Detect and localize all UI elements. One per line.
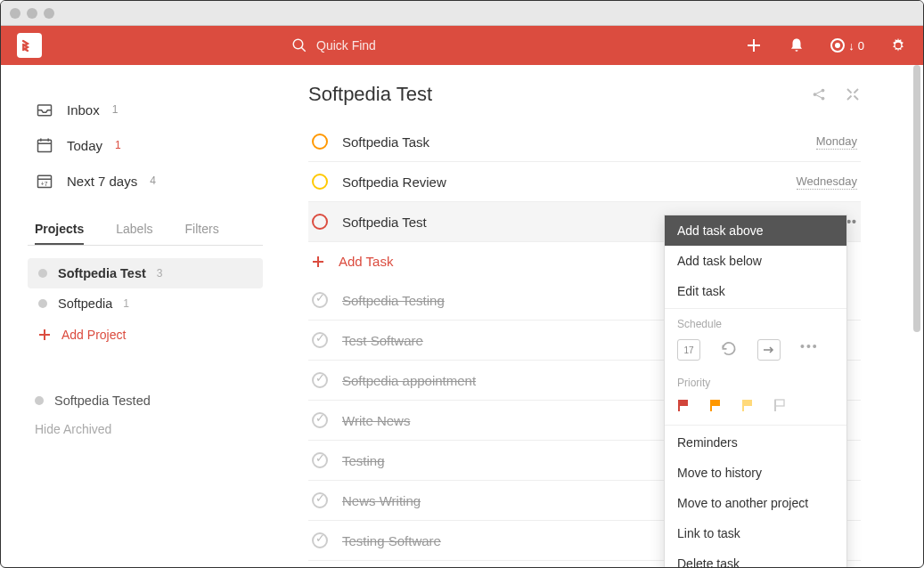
svg-point-5 <box>835 43 840 48</box>
archived-project[interactable]: Softpedia Tested <box>28 386 263 415</box>
notifications-icon[interactable] <box>788 37 805 54</box>
project-count: 3 <box>157 267 163 280</box>
svg-line-19 <box>816 91 822 93</box>
task-context-menu: Add task above Add task below Edit task … <box>664 215 847 568</box>
search-box[interactable] <box>291 37 745 53</box>
svg-point-18 <box>822 97 825 101</box>
task-checkbox[interactable] <box>312 214 328 230</box>
top-bar: ↓ 0 <box>1 26 923 65</box>
task-row[interactable]: Softpedia ReviewWednesday <box>308 162 861 202</box>
nav-inbox[interactable]: Inbox 1 <box>28 92 263 127</box>
page-title: Softpedia Test <box>308 83 432 106</box>
project-color-dot <box>38 269 47 278</box>
schedule-repeat-icon[interactable] <box>720 339 738 357</box>
svg-line-1 <box>301 47 306 52</box>
add-project-button[interactable]: Add Project <box>28 319 263 351</box>
svg-rect-7 <box>38 140 52 151</box>
ctx-link-task[interactable]: Link to task <box>665 518 846 548</box>
schedule-postpone-icon[interactable] <box>757 339 781 361</box>
search-icon <box>291 37 307 53</box>
task-due-date[interactable]: Monday <box>816 134 857 150</box>
sidebar-tabs: Projects Labels Filters <box>28 215 263 246</box>
project-color-dot <box>38 299 47 308</box>
window-minimize-dot[interactable] <box>27 8 37 19</box>
task-label: Softpedia Task <box>342 134 816 150</box>
settings-icon[interactable] <box>889 37 907 54</box>
app-logo[interactable] <box>17 33 42 58</box>
archived-project-name: Softpedia Tested <box>54 394 151 408</box>
nav-today-label: Today <box>67 138 102 153</box>
svg-rect-30 <box>775 400 784 406</box>
svg-point-17 <box>822 89 825 93</box>
ctx-edit-task[interactable]: Edit task <box>665 276 846 306</box>
ctx-delete-task[interactable]: Delete task <box>665 548 846 568</box>
karma-indicator[interactable]: ↓ 0 <box>830 38 864 53</box>
search-input[interactable] <box>316 38 495 53</box>
task-label: Softpedia Review <box>342 174 797 190</box>
tools-icon[interactable] <box>845 86 861 102</box>
task-checkbox[interactable] <box>312 134 328 150</box>
karma-arrow: ↓ <box>848 39 854 53</box>
project-item[interactable]: Softpedia 1 <box>28 288 263 319</box>
svg-line-20 <box>816 95 822 98</box>
ctx-move-project[interactable]: Move to another project <box>665 488 846 518</box>
window-close-dot[interactable] <box>10 8 20 19</box>
ctx-priority-label: Priority <box>665 369 846 393</box>
task-due-date[interactable]: Wednesday <box>797 174 857 190</box>
task-checkbox[interactable] <box>312 532 328 548</box>
svg-point-0 <box>293 39 303 49</box>
tab-projects[interactable]: Projects <box>35 222 84 245</box>
project-count: 1 <box>123 297 129 310</box>
add-task-label: Add Task <box>339 254 393 269</box>
ctx-add-above[interactable]: Add task above <box>665 215 846 246</box>
task-checkbox[interactable] <box>312 492 328 508</box>
window-titlebar <box>1 1 923 26</box>
task-checkbox[interactable] <box>312 174 328 190</box>
scrollbar[interactable] <box>913 65 920 332</box>
nav-next7-count: 4 <box>150 174 156 187</box>
add-project-label: Add Project <box>61 328 126 342</box>
priority-2-flag[interactable] <box>709 398 724 412</box>
task-checkbox[interactable] <box>312 372 328 388</box>
nav-next7-label: Next 7 days <box>67 174 137 189</box>
svg-rect-26 <box>711 400 720 406</box>
project-list: Softpedia Test 3 Softpedia 1 Add Project <box>28 258 263 351</box>
ctx-move-history[interactable]: Move to history <box>665 458 846 488</box>
nav-today[interactable]: Today 1 <box>28 127 263 163</box>
add-task-icon[interactable] <box>745 37 763 54</box>
karma-value: 0 <box>858 39 864 53</box>
task-checkbox[interactable] <box>312 332 328 348</box>
nav-inbox-label: Inbox <box>67 102 100 118</box>
ctx-add-below[interactable]: Add task below <box>665 246 846 276</box>
schedule-date-icon[interactable]: 17 <box>677 339 700 361</box>
project-name: Softpedia <box>58 296 112 311</box>
priority-1-flag[interactable] <box>677 398 691 412</box>
task-checkbox[interactable] <box>312 452 328 468</box>
task-checkbox[interactable] <box>312 292 328 308</box>
project-name: Softpedia Test <box>58 266 146 280</box>
tab-filters[interactable]: Filters <box>185 222 219 236</box>
nav-today-count: 1 <box>115 139 121 151</box>
tab-labels[interactable]: Labels <box>116 222 152 236</box>
ctx-schedule-label: Schedule <box>665 311 846 334</box>
nav-next7[interactable]: +7 Next 7 days 4 <box>28 163 263 199</box>
svg-rect-24 <box>679 400 688 406</box>
priority-4-flag[interactable] <box>773 398 788 412</box>
nav-inbox-count: 1 <box>112 103 119 116</box>
task-checkbox[interactable] <box>312 412 328 428</box>
schedule-more-icon[interactable]: ••• <box>800 339 819 361</box>
task-row[interactable]: Softpedia TaskMonday <box>308 122 861 162</box>
sidebar: Inbox 1 Today 1 +7 Next 7 days 4 Project… <box>1 65 282 567</box>
hide-archived-button[interactable]: Hide Archived <box>28 415 263 443</box>
priority-3-flag[interactable] <box>741 398 756 412</box>
share-icon[interactable] <box>811 86 827 102</box>
svg-point-16 <box>814 93 817 96</box>
project-color-dot <box>35 396 44 405</box>
project-item[interactable]: Softpedia Test 3 <box>28 258 263 288</box>
window-maximize-dot[interactable] <box>44 8 54 19</box>
svg-text:+7: +7 <box>41 181 48 187</box>
svg-rect-28 <box>743 400 752 406</box>
ctx-reminders[interactable]: Reminders <box>665 427 846 458</box>
